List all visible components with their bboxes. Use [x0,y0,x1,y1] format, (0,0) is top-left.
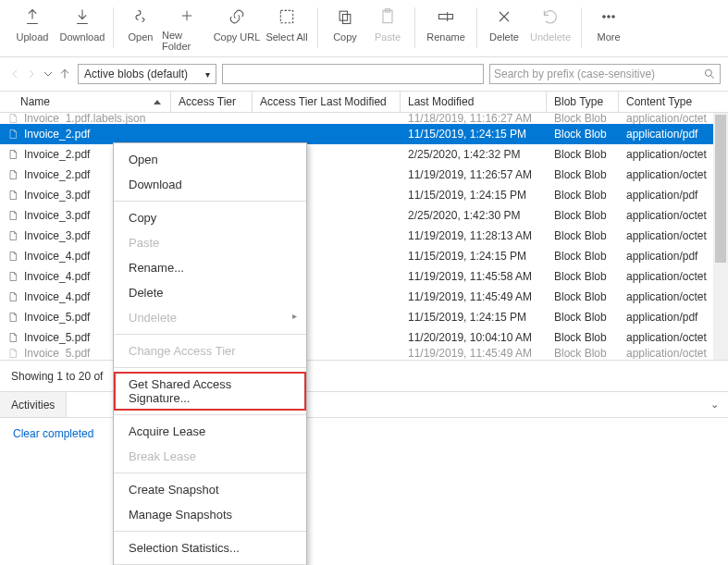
undelete-icon [541,7,560,26]
cell-modified: 2/25/2020, 1:42:32 PM [401,148,547,161]
table-row[interactable]: Invoice_5.pdf11/15/2019, 1:24:15 PMBlock… [0,307,728,327]
ctx-undelete-label: Undelete [129,311,177,325]
svg-rect-1 [339,11,347,20]
table-body: Invoice_1.pdf.labels.json11/18/2019, 11:… [0,113,728,361]
download-button[interactable]: Download [57,4,107,52]
ctx-acquire-lease[interactable]: Acquire Lease [114,419,306,444]
clear-completed-link[interactable]: Clear completed [13,427,93,440]
vertical-scrollbar[interactable] [713,113,728,360]
svg-point-7 [608,16,611,18]
more-label: More [597,31,620,43]
table-row[interactable]: Invoice_5.pdf11/20/2019, 10:04:10 AMBloc… [0,327,728,348]
cell-blob-type: Block Blob [547,348,619,359]
activities-bar: Activities ⌄ [0,392,728,418]
file-icon [7,229,19,242]
cell-blob-type: Block Blob [547,229,619,242]
cell-content-type: application/octet [619,290,728,303]
file-name: Invoice_5.pdf [24,311,90,324]
cell-content-type: application/octet [619,113,728,124]
cell-blob-type: Block Blob [547,250,619,263]
ctx-create-snapshot[interactable]: Create Snapshot [114,477,306,502]
table-row[interactable]: Invoice_2.pdf11/19/2019, 11:26:57 AMBloc… [0,165,728,185]
file-name: Invoice_4.pdf [24,270,90,283]
file-name: Invoice_2.pdf [24,128,90,141]
ctx-rename[interactable]: Rename... [114,255,306,280]
ctx-delete[interactable]: Delete [114,280,306,305]
file-name: Invoice_1.pdf.labels.json [24,113,145,124]
table-row[interactable]: Invoice_3.pdf11/19/2019, 11:28:13 AMBloc… [0,226,728,246]
open-button[interactable]: Open [119,4,162,52]
copy-icon [336,7,354,26]
file-icon [7,270,19,283]
new-folder-label: New Folder [162,30,212,52]
ctx-selection-stats[interactable]: Selection Statistics... [114,535,306,560]
ctx-separator [114,531,306,532]
cell-content-type: application/octet [619,348,728,359]
col-access-tier-modified[interactable]: Access Tier Last Modified [253,92,401,112]
table-row[interactable]: Invoice_5.pdf11/19/2019, 11:45:49 AMBloc… [0,348,728,359]
rename-icon [437,7,455,26]
path-input[interactable] [222,64,484,84]
ctx-open[interactable]: Open [114,147,306,172]
nav-row: Active blobs (default) Search by prefix … [0,57,728,91]
cell-content-type: application/octet [619,331,728,344]
table-row[interactable]: Invoice_3.pdf11/15/2019, 1:24:15 PMBlock… [0,185,728,205]
history-arrow-icon[interactable] [41,67,56,81]
scrollbar-thumb[interactable] [715,115,726,263]
upload-button[interactable]: Upload [7,4,57,52]
cell-blob-type: Block Blob [547,189,619,202]
col-access-tier[interactable]: Access Tier [171,92,253,112]
activities-collapse[interactable]: ⌄ [701,399,728,411]
ctx-manage-snapshots[interactable]: Manage Snapshots [114,502,306,527]
ctx-download[interactable]: Download [114,172,306,197]
activities-tab[interactable]: Activities [0,392,67,417]
up-arrow-icon[interactable] [57,67,72,81]
cell-modified: 11/18/2019, 11:16:27 AM [401,113,547,124]
ctx-get-sas[interactable]: Get Shared Access Signature... [114,372,306,411]
cell-modified: 11/19/2019, 11:26:57 AM [401,168,547,181]
ctx-separator [114,201,306,202]
table-row[interactable]: Invoice_3.pdf2/25/2020, 1:42:30 PMBlock … [0,205,728,226]
copy-url-button[interactable]: Copy URL [212,4,262,52]
new-folder-button[interactable]: New Folder [162,4,212,52]
file-name: Invoice_3.pdf [24,209,90,222]
table-row[interactable]: Invoice_4.pdf11/19/2019, 11:45:58 AMBloc… [0,266,728,287]
file-icon [7,128,19,141]
forward-arrow-icon [24,67,39,81]
cell-modified: 11/20/2019, 10:04:10 AM [401,331,547,344]
cell-modified: 11/19/2019, 11:45:49 AM [401,348,547,359]
table-row[interactable]: Invoice_2.pdf11/15/2019, 1:24:15 PMBlock… [0,124,728,144]
col-name[interactable]: Name [0,92,171,112]
ctx-change-tier: Change Access Tier [114,338,306,363]
table-row[interactable]: Invoice_4.pdf11/15/2019, 1:24:15 PMBlock… [0,246,728,266]
table-row[interactable]: Invoice_4.pdf11/19/2019, 11:45:49 AMBloc… [0,287,728,307]
more-button[interactable]: More [587,4,630,52]
toolbar-separator [113,7,114,48]
toolbar-separator [581,7,582,48]
file-icon [7,331,19,344]
cell-modified: 11/19/2019, 11:28:13 AM [401,229,547,242]
table-row[interactable]: Invoice_2.pdf2/25/2020, 1:42:32 PMBlock … [0,144,728,165]
col-content-type[interactable]: Content Type [619,92,728,112]
col-last-modified[interactable]: Last Modified [401,92,547,112]
table-row[interactable]: Invoice_1.pdf.labels.json11/18/2019, 11:… [0,113,728,124]
copy-button[interactable]: Copy [324,4,366,52]
copy-label: Copy [333,31,357,43]
ctx-copy[interactable]: Copy [114,205,306,230]
search-box[interactable]: Search by prefix (case-sensitive) [489,64,721,84]
col-blob-type[interactable]: Blob Type [547,92,619,112]
delete-button[interactable]: Delete [483,4,525,52]
col-mod-label: Last Modified [408,95,474,108]
select-all-button[interactable]: Select All [262,4,312,52]
cell-name: Invoice_2.pdf [0,128,171,141]
cell-modified: 11/15/2019, 1:24:15 PM [401,311,547,324]
rename-button[interactable]: Rename [421,4,471,52]
svg-rect-0 [280,10,292,22]
ctx-undelete: Undelete▸ [114,305,306,330]
cell-blob-type: Block Blob [547,290,619,303]
upload-label: Upload [17,31,49,43]
search-placeholder: Search by prefix (case-sensitive) [494,68,655,80]
view-filter-dropdown[interactable]: Active blobs (default) [78,64,216,84]
file-icon [7,113,19,124]
cell-blob-type: Block Blob [547,128,619,141]
